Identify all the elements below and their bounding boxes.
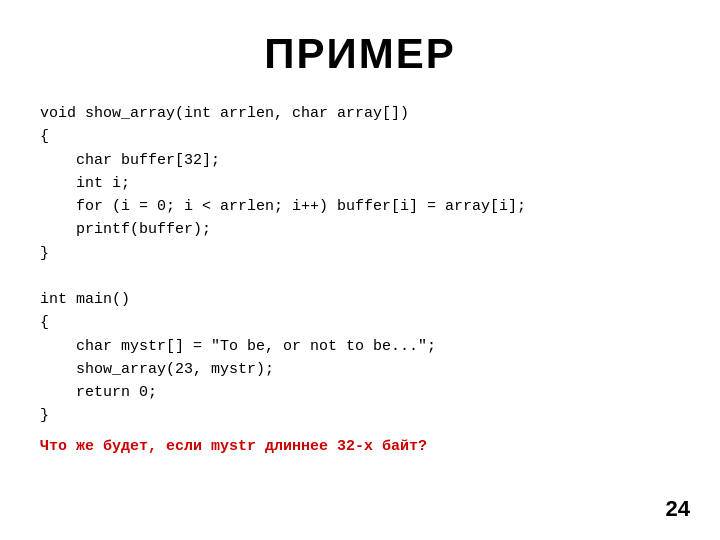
code-block: void show_array(int arrlen, char array[]…	[40, 102, 680, 428]
slide-title: ПРИМЕР	[40, 30, 680, 78]
slide: ПРИМЕР void show_array(int arrlen, char …	[0, 0, 720, 540]
slide-number: 24	[666, 496, 690, 522]
question-line: Что же будет, если mystr длиннее 32-х ба…	[40, 438, 680, 455]
